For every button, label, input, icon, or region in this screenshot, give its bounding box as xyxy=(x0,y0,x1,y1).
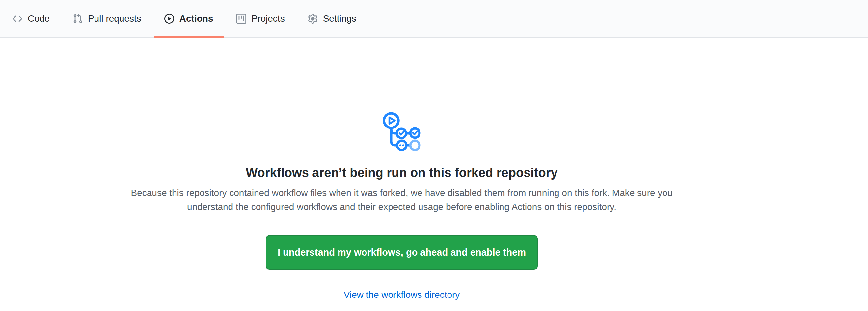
workflow-illustration-icon xyxy=(382,111,421,151)
page-title: Workflows aren’t being run on this forke… xyxy=(246,164,557,181)
workflows-disabled-blankslate: Workflows aren’t being run on this forke… xyxy=(0,38,803,302)
description-text: Because this repository contained workfl… xyxy=(129,186,674,214)
play-icon xyxy=(164,14,174,24)
view-workflows-directory-link[interactable]: View the workflows directory xyxy=(344,288,460,302)
tab-settings[interactable]: Settings xyxy=(297,0,367,37)
tab-label: Actions xyxy=(180,14,213,23)
tab-label: Code xyxy=(28,14,50,23)
git-pull-request-icon xyxy=(73,14,83,24)
tab-projects[interactable]: Projects xyxy=(226,0,296,37)
project-icon xyxy=(237,14,246,24)
tab-pull-requests[interactable]: Pull requests xyxy=(62,0,152,37)
enable-workflows-button[interactable]: I understand my workflows, go ahead and … xyxy=(266,235,538,270)
tab-actions[interactable]: Actions xyxy=(154,0,224,37)
tab-label: Pull requests xyxy=(88,14,141,23)
actions-disabled-page: Workflows aren’t being run on this forke… xyxy=(0,38,803,302)
gear-icon xyxy=(308,14,318,24)
tab-label: Settings xyxy=(323,14,356,23)
repo-tab-bar: Code Pull requests Actions Projects Sett… xyxy=(0,0,868,38)
tab-label: Projects xyxy=(252,14,285,23)
tab-code[interactable]: Code xyxy=(2,0,60,37)
code-icon xyxy=(12,14,22,24)
